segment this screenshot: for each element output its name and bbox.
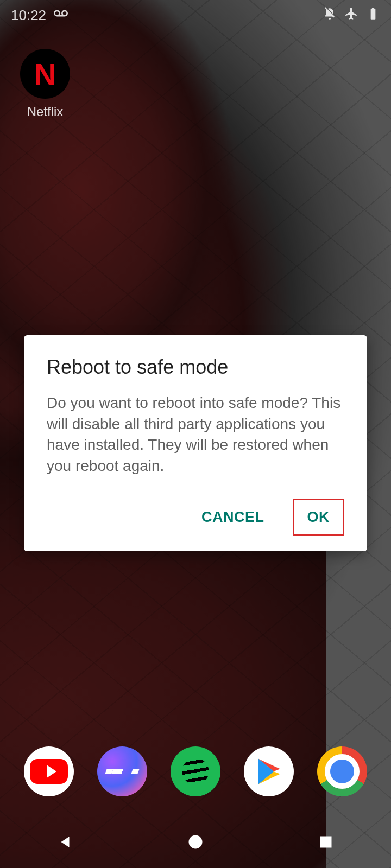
cancel-button[interactable]: CANCEL — [188, 500, 278, 534]
dock-app-youtube[interactable] — [24, 746, 74, 796]
airplane-mode-icon — [344, 7, 358, 24]
dock-app-spotify[interactable] — [171, 746, 220, 796]
app-netflix[interactable]: N Netflix — [15, 49, 75, 119]
notifications-off-icon — [323, 7, 337, 24]
dock-app-messenger[interactable] — [97, 746, 147, 796]
back-button[interactable] — [22, 825, 109, 859]
ok-button[interactable]: OK — [293, 499, 345, 536]
status-bar: 10:22 — [0, 0, 391, 30]
navigation-bar — [0, 816, 391, 868]
dialog-actions: CANCEL OK — [47, 499, 344, 536]
svg-point-0 — [189, 835, 203, 849]
dock — [0, 746, 391, 796]
home-apps: N Netflix — [15, 49, 75, 119]
app-label: Netflix — [27, 104, 64, 119]
netflix-icon: N — [20, 49, 70, 99]
voicemail-icon — [54, 7, 68, 24]
svg-rect-1 — [320, 837, 332, 848]
dock-app-chrome[interactable] — [317, 746, 367, 796]
status-time: 10:22 — [11, 7, 46, 24]
dialog-title: Reboot to safe mode — [47, 356, 344, 379]
safe-mode-dialog: Reboot to safe mode Do you want to reboo… — [24, 335, 367, 551]
dialog-message: Do you want to reboot into safe mode? Th… — [47, 393, 344, 477]
dock-app-playstore[interactable] — [244, 746, 294, 796]
home-button[interactable] — [152, 825, 239, 859]
battery-icon — [366, 7, 380, 24]
recent-apps-button[interactable] — [282, 825, 369, 859]
